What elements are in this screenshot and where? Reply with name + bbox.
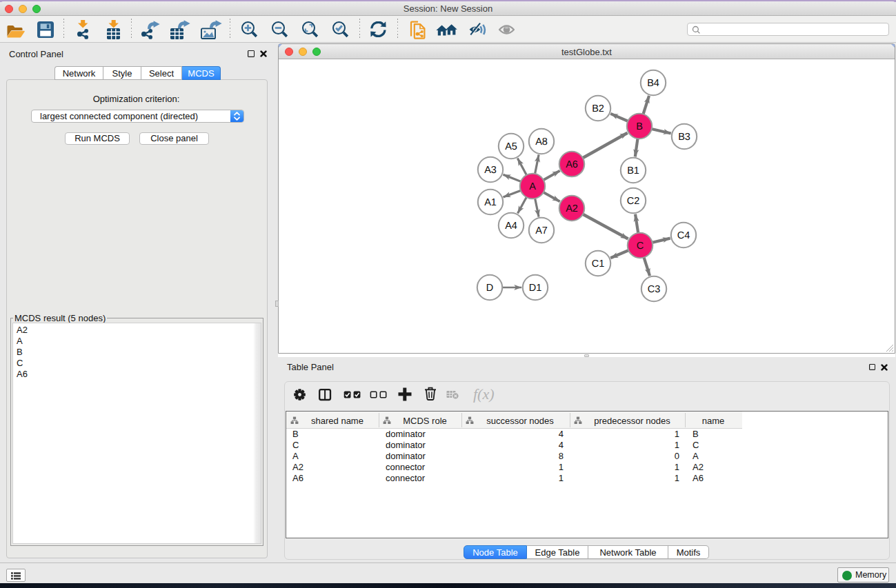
svg-text:A8: A8: [535, 136, 548, 148]
svg-text:B4: B4: [647, 78, 659, 89]
svg-text:B3: B3: [678, 132, 690, 143]
svg-text:D: D: [486, 283, 493, 294]
svg-text:A2: A2: [566, 203, 578, 214]
svg-text:A4: A4: [505, 221, 517, 232]
svg-text:A7: A7: [535, 225, 548, 236]
svg-text:C3: C3: [648, 284, 661, 295]
svg-text:A1: A1: [484, 197, 497, 208]
svg-text:C1: C1: [592, 258, 605, 270]
svg-text:C2: C2: [627, 196, 640, 207]
svg-text:B2: B2: [592, 103, 604, 114]
svg-text:A: A: [529, 181, 536, 192]
svg-text:B: B: [636, 121, 643, 132]
svg-text:D1: D1: [529, 283, 542, 294]
svg-text:C: C: [637, 241, 644, 252]
svg-text:B1: B1: [627, 165, 639, 176]
svg-text:C4: C4: [677, 230, 690, 241]
svg-text:A3: A3: [484, 165, 497, 176]
svg-text:A5: A5: [505, 141, 517, 152]
svg-text:A6: A6: [566, 159, 578, 170]
